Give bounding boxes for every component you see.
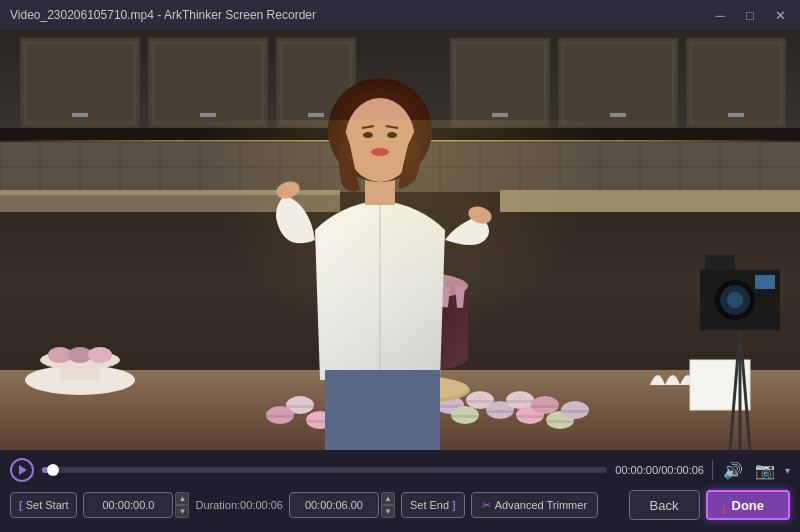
start-time-spinners: ▲ ▼: [175, 492, 189, 518]
time-display: 00:00:00/00:00:06: [615, 464, 704, 476]
play-button[interactable]: [10, 458, 34, 482]
controls-bar: 00:00:00/00:00:06 🔊 📷 ▾ [ Set Start ▲ ▼ …: [0, 450, 800, 532]
volume-button[interactable]: 🔊: [721, 458, 745, 482]
video-frame: [0, 30, 800, 450]
end-time-spinners: ▲ ▼: [381, 492, 395, 518]
action-row: [ Set Start ▲ ▼ Duration:00:00:06 ▲ ▼ Se…: [10, 490, 790, 520]
progress-track[interactable]: [42, 467, 607, 473]
window-title: Video_230206105710.mp4 - ArkThinker Scre…: [10, 8, 316, 22]
set-start-button[interactable]: [ Set Start: [10, 492, 77, 518]
title-bar: Video_230206105710.mp4 - ArkThinker Scre…: [0, 0, 800, 30]
start-time-up[interactable]: ▲: [175, 492, 189, 505]
set-end-button[interactable]: Set End ]: [401, 492, 465, 518]
start-time-group: ▲ ▼: [83, 492, 189, 518]
duration-label: Duration:00:00:06: [195, 499, 282, 511]
advanced-trimmer-button[interactable]: ✂ Advanced Trimmer: [471, 492, 598, 518]
done-wrapper: Done ↓: [706, 490, 791, 520]
start-time-down[interactable]: ▼: [175, 505, 189, 518]
camera-capture-button[interactable]: 📷: [753, 458, 777, 482]
video-player: [0, 30, 800, 450]
done-button[interactable]: Done: [706, 490, 791, 520]
time-current: 00:00:00: [615, 464, 658, 476]
end-time-input[interactable]: [289, 492, 379, 518]
end-time-up[interactable]: ▲: [381, 492, 395, 505]
maximize-button[interactable]: □: [740, 9, 760, 22]
playback-row: 00:00:00/00:00:06 🔊 📷 ▾: [10, 456, 790, 484]
arrow-indicator: ↓: [720, 500, 728, 516]
end-time-group: ▲ ▼: [289, 492, 395, 518]
minimize-button[interactable]: ─: [710, 9, 730, 22]
end-time-down[interactable]: ▼: [381, 505, 395, 518]
start-time-input[interactable]: [83, 492, 173, 518]
window-controls: ─ □ ✕: [710, 9, 790, 22]
back-button[interactable]: Back: [629, 490, 700, 520]
time-total: 00:00:06: [661, 464, 704, 476]
divider: [712, 460, 713, 480]
progress-thumb: [47, 464, 59, 476]
close-button[interactable]: ✕: [770, 9, 790, 22]
chevron-down-icon[interactable]: ▾: [785, 465, 790, 476]
